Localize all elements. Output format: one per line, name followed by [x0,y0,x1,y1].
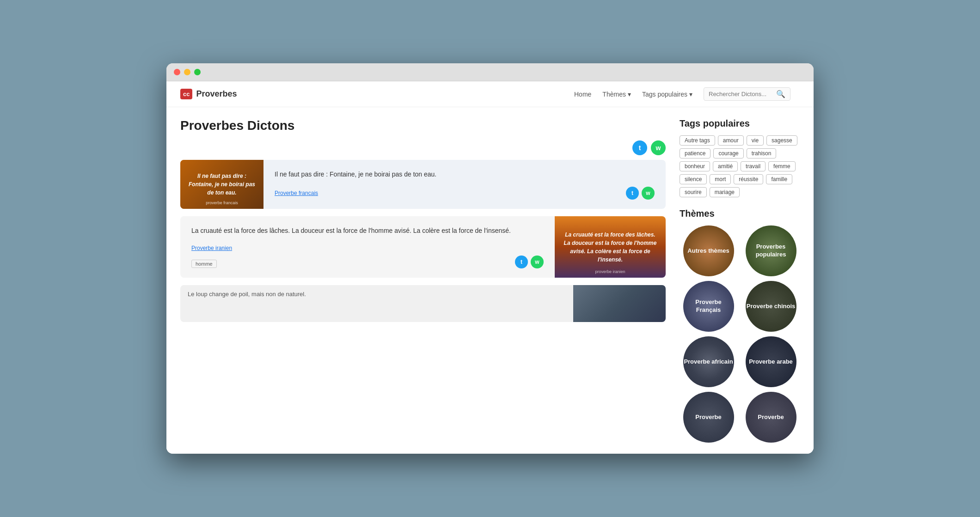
proverb-1-social: t w [626,187,655,200]
tag-item[interactable]: Autre tags [680,135,715,146]
tags-populaires-title: Tags populaires [680,118,800,129]
brand-icon: cc [180,89,192,99]
tag-item[interactable]: sagesse [766,135,797,146]
tag-item[interactable]: femme [768,161,796,171]
theme-item: Proverbe [742,392,800,443]
proverb-card-1: Il ne faut pas dire : Fontaine, je ne bo… [180,160,666,209]
traffic-light-yellow[interactable] [184,69,190,75]
navbar: cc Proverbes Home Thèmes ▾ Tags populair… [166,81,814,107]
theme-card-label: Proverbe chinois [747,303,795,310]
theme-item: Proverbes populaires [742,225,800,276]
theme-card-label: Autres thèmes [687,247,729,255]
proverb-2-tag[interactable]: homme [191,260,217,268]
navbar-brand[interactable]: cc Proverbes [180,89,237,99]
proverb-card-2: La cruauté est la force des lâches. La d… [180,216,666,277]
nav-themes[interactable]: Thèmes ▾ [602,91,631,98]
tag-item[interactable]: courage [713,148,743,158]
browser-titlebar [166,63,814,81]
proverb-1-body: Il ne faut pas dire : Fontaine, je ne bo… [263,160,666,209]
tags-populaires-list: Autre tagsamourviesagessepatiencecourage… [680,135,800,197]
proverb-card-3: Le loup change de poil, mais non de natu… [180,285,666,322]
theme-item: Proverbe africain [680,336,737,387]
proverb-2-body: La cruauté est la force des lâches. La d… [180,216,555,277]
proverb-1-source[interactable]: Proverbe francais [275,190,318,196]
proverb-2-whatsapp[interactable]: w [531,255,544,268]
proverb-1-img-footer: proverbe francais [206,201,238,205]
proverb-card-1-image: Il ne faut pas dire : Fontaine, je ne bo… [180,160,263,209]
traffic-light-green[interactable] [194,69,201,75]
theme-item: Autres thèmes [680,225,737,276]
tag-item[interactable]: sourire [680,187,707,197]
tag-item[interactable]: trahison [747,148,777,158]
tag-item[interactable]: travail [741,161,766,171]
proverb-2-social: t w [515,255,544,268]
proverb-3-text: Le loup change de poil, mais non de natu… [188,291,306,298]
theme-card[interactable]: Proverbes populaires [746,225,796,276]
search-bar[interactable]: 🔍 [704,87,790,101]
theme-card[interactable]: Proverbe [746,392,796,443]
proverb-1-img-text: Il ne faut pas dire : Fontaine, je ne bo… [186,172,258,197]
proverb-2-text: La cruauté est la force des lâches. La d… [191,225,544,236]
tag-item[interactable]: amitié [713,161,738,171]
theme-item: Proverbe [680,392,737,443]
theme-card-label: Proverbe [758,414,784,421]
page-title: Proverbes Dictons [180,118,666,133]
proverb-2-source[interactable]: Proverbe iranien [191,245,232,251]
proverb-1-whatsapp[interactable]: w [642,187,655,200]
chevron-down-icon: ▾ [628,91,631,98]
theme-item: Proverbe chinois [742,281,800,332]
browser-window: cc Proverbes Home Thèmes ▾ Tags populair… [166,63,814,454]
theme-card-label: Proverbe arabe [749,358,793,366]
main-content: Proverbes Dictons t w Il ne faut pas dir… [166,107,814,454]
proverb-3-image [573,285,666,322]
left-panel: Proverbes Dictons t w Il ne faut pas dir… [180,118,666,443]
navbar-links: Home Thèmes ▾ Tags populaires ▾ 🔍 [256,87,790,101]
proverb-2-img-text: La cruauté est la force des lâches. La d… [562,231,658,264]
theme-card-label: Proverbe africain [684,358,733,366]
theme-item: Proverbe arabe [742,336,800,387]
theme-item: Proverbe Français [680,281,737,332]
proverb-1-twitter[interactable]: t [626,187,639,200]
nav-tags-populaires[interactable]: Tags populaires ▾ [642,91,692,98]
tag-item[interactable]: amour [718,135,744,146]
theme-card-label: Proverbes populaires [746,243,796,259]
themes-grid: Autres thèmesProverbes populairesProverb… [680,225,800,443]
proverb-1-footer: Proverbe francais t w [275,187,655,200]
proverb-3-body: Le loup change de poil, mais non de natu… [180,285,573,322]
tag-item[interactable]: réussite [734,174,763,184]
theme-card[interactable]: Autres thèmes [683,225,734,276]
proverb-2-image: La cruauté est la force des lâches. La d… [555,216,666,277]
proverb-1-text: Il ne faut pas dire : Fontaine, je ne bo… [275,169,655,179]
tag-item[interactable]: mort [710,174,731,184]
tag-item[interactable]: patience [680,148,710,158]
brand-name: Proverbes [196,89,237,99]
theme-card-label: Proverbe [695,414,721,421]
nav-home[interactable]: Home [574,91,591,98]
theme-card[interactable]: Proverbe arabe [746,336,796,387]
theme-card[interactable]: Proverbe africain [683,336,734,387]
chevron-down-icon-2: ▾ [689,91,692,98]
theme-card[interactable]: Proverbe [683,392,734,443]
proverb-2-img-footer: proverbe iranien [595,269,625,274]
traffic-light-red[interactable] [174,69,180,75]
proverb-2-twitter[interactable]: t [515,255,528,268]
theme-card-label: Proverbe Français [683,298,734,314]
right-panel: Tags populaires Autre tagsamourviesagess… [680,118,800,443]
tag-item[interactable]: bonheur [680,161,710,171]
search-icon[interactable]: 🔍 [776,90,785,98]
tag-item[interactable]: famille [766,174,792,184]
search-input[interactable] [709,91,773,97]
theme-card[interactable]: Proverbe chinois [746,281,796,332]
tag-item[interactable]: vie [747,135,764,146]
tag-item[interactable]: silence [680,174,707,184]
themes-title: Thèmes [680,208,800,219]
social-icons-top: t w [180,140,666,155]
proverb-2-footer: Proverbe iranien homme t w [191,243,544,268]
twitter-share-top[interactable]: t [632,140,647,155]
whatsapp-share-top[interactable]: w [651,140,666,155]
tag-item[interactable]: mariage [710,187,740,197]
theme-card[interactable]: Proverbe Français [683,281,734,332]
